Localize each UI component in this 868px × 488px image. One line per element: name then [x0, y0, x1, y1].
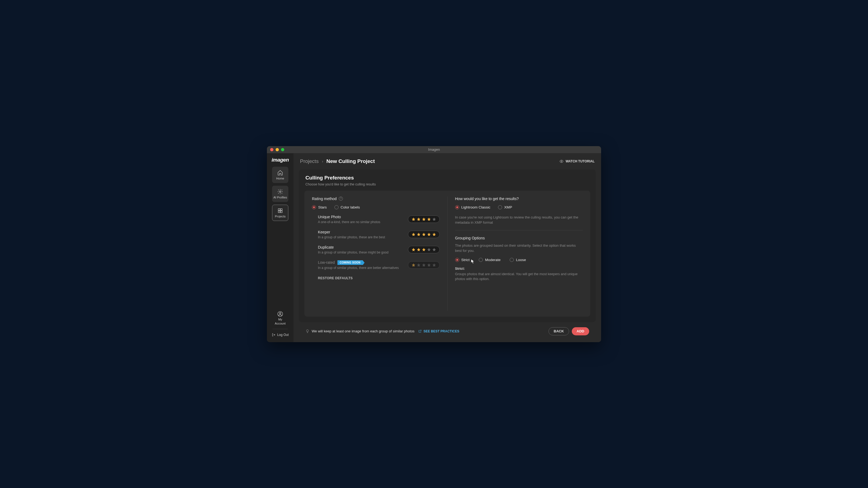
radio-label: Lightroom Classic: [461, 205, 490, 209]
breadcrumb: Projects › New Culling Project: [300, 158, 375, 164]
svg-rect-2: [280, 208, 282, 210]
footer-right: BACK ADD: [549, 327, 589, 335]
best-practices-link[interactable]: SEE BEST PRACTICES: [418, 329, 459, 333]
coming-soon-badge: COMING SOON: [337, 260, 363, 265]
panels: Rating method ? Stars Color labels: [304, 191, 590, 317]
projects-icon: [277, 208, 283, 214]
rating-desc: In a group of similar photos, there are …: [318, 266, 403, 270]
radio-dot-icon: [498, 205, 502, 209]
star-icon: [427, 248, 431, 252]
star-icon: [416, 232, 421, 236]
sidebar-item-ai-profiles[interactable]: AI Profiles: [272, 186, 288, 202]
radio-lightroom-classic[interactable]: Lightroom Classic: [455, 205, 490, 209]
svg-point-7: [561, 161, 562, 162]
radio-dot-icon: [335, 205, 339, 209]
close-icon[interactable]: [270, 148, 273, 151]
breadcrumb-root[interactable]: Projects: [300, 158, 319, 164]
hint-text: We will keep at least one image from eac…: [312, 329, 414, 333]
titlebar: Imagen: [267, 146, 601, 153]
sidebar-item-projects[interactable]: Projects: [272, 205, 288, 221]
right-panel: How would you like to get the results? L…: [447, 191, 590, 317]
rating-item: DuplicateIn a group of similar photos, t…: [318, 245, 440, 254]
radio-loose[interactable]: Loose: [510, 258, 526, 262]
external-link-icon: [418, 329, 422, 333]
account-label-1: My: [278, 318, 282, 321]
star-icon: [432, 217, 436, 221]
divider: [455, 230, 583, 230]
sidebar-nav: Home AI Profiles Projects: [272, 167, 288, 221]
rating-item: Low-ratedCOMING SOONIn a group of simila…: [318, 260, 440, 270]
brain-icon: [277, 189, 283, 195]
radio-stars[interactable]: Stars: [312, 205, 327, 209]
rating-desc: A one-of-a-kind, there are no similar ph…: [318, 220, 403, 224]
traffic-lights: [270, 148, 284, 151]
home-icon: [277, 170, 283, 176]
radio-color-labels[interactable]: Color labels: [335, 205, 360, 209]
results-question: How would you like to get the results?: [455, 197, 583, 201]
star-icon: [427, 232, 431, 236]
content-card: Culling Preferences Choose how you'd lik…: [299, 169, 596, 322]
watch-tutorial-button[interactable]: WATCH TUTORIAL: [559, 159, 595, 163]
sidebar-item-label: AI Profiles: [273, 196, 287, 199]
star-icon: [427, 263, 431, 267]
star-icon: [422, 217, 426, 221]
radio-strict[interactable]: Strict: [455, 258, 470, 262]
add-button[interactable]: ADD: [572, 327, 589, 335]
back-button[interactable]: BACK: [549, 327, 569, 335]
radio-xmp[interactable]: XMP: [498, 205, 512, 209]
star-icon: [427, 217, 431, 221]
star-rating[interactable]: [408, 246, 440, 253]
logout-icon: [272, 333, 276, 337]
star-icon: [422, 232, 426, 236]
page-title: Culling Preferences: [305, 175, 589, 181]
svg-rect-3: [278, 210, 280, 212]
rating-desc: In a group of similar photos, these migh…: [318, 251, 403, 254]
star-icon: [432, 263, 436, 267]
logout-button[interactable]: Log Out: [272, 333, 289, 337]
sidebar-item-home[interactable]: Home: [272, 167, 288, 183]
help-icon[interactable]: ?: [339, 197, 343, 201]
rating-method-label: Rating method: [312, 197, 337, 201]
radio-label: Color labels: [341, 205, 360, 209]
radio-dot-icon: [455, 258, 459, 262]
star-rating[interactable]: [408, 216, 440, 223]
rating-name: Low-ratedCOMING SOON: [318, 260, 403, 265]
star-icon: [432, 248, 436, 252]
star-icon: [411, 217, 415, 221]
body: imagen Home AI Profiles Projects: [267, 153, 601, 342]
restore-defaults-button[interactable]: RESTORE DEFAULTS: [312, 276, 440, 280]
rating-item: Unique PhotoA one-of-a-kind, there are n…: [318, 215, 440, 224]
radio-dot-icon: [455, 205, 459, 209]
rating-desc: In a group of similar photos, these are …: [318, 235, 403, 239]
svg-rect-1: [278, 208, 280, 210]
sidebar: imagen Home AI Profiles Projects: [267, 153, 293, 342]
lightbulb-icon: [305, 329, 310, 333]
zoom-icon[interactable]: [281, 148, 284, 151]
svg-point-0: [279, 191, 281, 193]
minimize-icon[interactable]: [276, 148, 279, 151]
rating-name: Duplicate: [318, 245, 403, 250]
star-icon: [422, 263, 426, 267]
radio-dot-icon: [479, 258, 483, 262]
sidebar-item-label: Home: [276, 177, 284, 180]
svg-rect-4: [280, 210, 282, 212]
star-rating: [408, 261, 440, 269]
rating-name: Unique Photo: [318, 215, 403, 219]
breadcrumb-current: New Culling Project: [326, 158, 375, 164]
radio-label: Strict: [461, 258, 470, 262]
separator: [273, 329, 288, 329]
sidebar-item-account[interactable]: My Account: [275, 311, 286, 325]
watch-tutorial-label: WATCH TUTORIAL: [565, 159, 595, 163]
results-radios: Lightroom Classic XMP: [455, 205, 583, 209]
star-icon: [416, 217, 421, 221]
radio-moderate[interactable]: Moderate: [479, 258, 500, 262]
star-rating[interactable]: [408, 231, 440, 238]
footer-hint: We will keep at least one image from eac…: [305, 329, 414, 333]
eye-icon: [559, 159, 564, 163]
radio-label: Moderate: [485, 258, 500, 262]
rating-list: Unique PhotoA one-of-a-kind, there are n…: [312, 215, 440, 270]
app-window: Imagen imagen Home AI Profiles Projects: [267, 146, 601, 342]
window-title: Imagen: [428, 148, 440, 152]
chevron-right-icon: ›: [322, 159, 323, 163]
rating-item: KeeperIn a group of similar photos, thes…: [318, 230, 440, 239]
